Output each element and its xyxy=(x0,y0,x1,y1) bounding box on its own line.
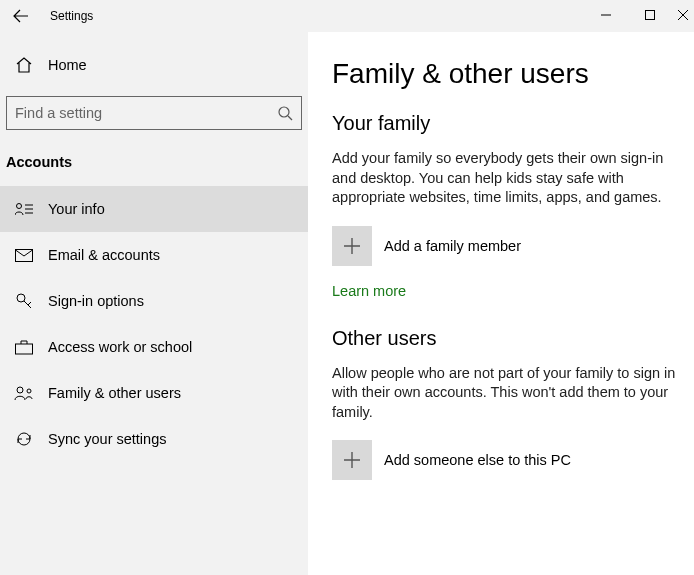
nav-label: Access work or school xyxy=(48,339,192,355)
svg-point-2 xyxy=(17,204,22,209)
maximize-icon xyxy=(645,10,655,20)
maximize-button[interactable] xyxy=(628,0,672,30)
nav-your-info[interactable]: Your info xyxy=(0,186,308,232)
key-icon xyxy=(14,292,34,310)
title-bar: Settings xyxy=(0,0,694,32)
arrow-left-icon xyxy=(13,8,29,24)
svg-rect-0 xyxy=(646,11,655,20)
sync-icon xyxy=(14,430,34,448)
nav-family-other-users[interactable]: Family & other users xyxy=(0,370,308,416)
svg-point-4 xyxy=(17,294,25,302)
svg-point-7 xyxy=(27,389,31,393)
nav-signin-options[interactable]: Sign-in options xyxy=(0,278,308,324)
window-controls xyxy=(584,0,694,30)
add-family-member-button[interactable]: Add a family member xyxy=(332,226,694,266)
plus-icon xyxy=(343,451,361,469)
minimize-button[interactable] xyxy=(584,0,628,30)
sidebar: Home Accounts Your info Email & accounts xyxy=(0,32,308,575)
plus-box xyxy=(332,226,372,266)
family-section-title: Your family xyxy=(332,112,694,135)
app-title: Settings xyxy=(50,9,93,23)
add-other-label: Add someone else to this PC xyxy=(384,452,571,468)
add-family-label: Add a family member xyxy=(384,238,521,254)
svg-point-1 xyxy=(279,107,289,117)
briefcase-icon xyxy=(14,340,34,355)
add-other-user-button[interactable]: Add someone else to this PC xyxy=(332,440,694,480)
nav-access-work-school[interactable]: Access work or school xyxy=(0,324,308,370)
home-icon xyxy=(14,56,34,74)
learn-more-link[interactable]: Learn more xyxy=(332,283,406,299)
plus-icon xyxy=(343,237,361,255)
nav-label: Family & other users xyxy=(48,385,181,401)
people-icon xyxy=(14,386,34,401)
person-card-icon xyxy=(14,202,34,216)
search-icon xyxy=(277,105,293,121)
minimize-icon xyxy=(601,10,611,20)
mail-icon xyxy=(14,249,34,262)
home-label: Home xyxy=(48,57,87,73)
page-title: Family & other users xyxy=(332,58,694,90)
nav-label: Sign-in options xyxy=(48,293,144,309)
others-section-title: Other users xyxy=(332,327,694,350)
main-content: Family & other users Your family Add you… xyxy=(308,32,694,575)
category-header: Accounts xyxy=(0,146,308,186)
family-description: Add your family so everybody gets their … xyxy=(332,149,694,208)
svg-point-6 xyxy=(17,387,23,393)
nav-label: Email & accounts xyxy=(48,247,160,263)
plus-box xyxy=(332,440,372,480)
svg-rect-5 xyxy=(16,344,33,354)
back-button[interactable] xyxy=(0,0,42,32)
nav-sync-settings[interactable]: Sync your settings xyxy=(0,416,308,462)
others-description: Allow people who are not part of your fa… xyxy=(332,364,694,423)
search-input[interactable] xyxy=(15,105,277,121)
nav-email-accounts[interactable]: Email & accounts xyxy=(0,232,308,278)
close-icon xyxy=(678,10,688,20)
nav-label: Your info xyxy=(48,201,105,217)
search-box[interactable] xyxy=(6,96,302,130)
home-nav[interactable]: Home xyxy=(0,42,308,88)
nav-label: Sync your settings xyxy=(48,431,166,447)
close-button[interactable] xyxy=(672,0,694,30)
